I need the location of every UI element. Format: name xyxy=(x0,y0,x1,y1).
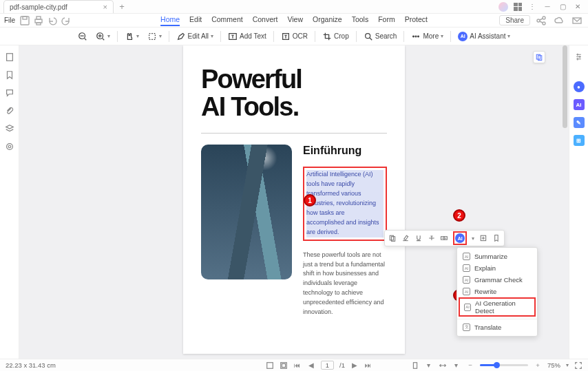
selection-toolbar: AI ▾ xyxy=(384,230,505,246)
callout-1: 1 xyxy=(304,194,316,206)
fit-height-icon[interactable]: ▾ xyxy=(452,361,461,370)
svg-point-5 xyxy=(537,19,540,22)
kebab-icon[interactable]: ⋮ xyxy=(527,2,537,12)
tab-form[interactable]: Form xyxy=(378,15,395,26)
edit-all-button[interactable]: Edit All▾ xyxy=(173,30,218,43)
zoom-in-button[interactable]: ▾ xyxy=(92,30,114,43)
more-button[interactable]: More▾ xyxy=(408,30,447,43)
menu-summarize[interactable]: AISummarize xyxy=(457,251,537,262)
redo-icon[interactable] xyxy=(61,15,72,26)
menu-grammar-check[interactable]: AIGrammar Check xyxy=(457,274,537,286)
ai-tool-3-icon[interactable]: ⊞ xyxy=(574,135,585,146)
zoom-out-icon[interactable]: − xyxy=(466,361,474,370)
attachments-icon[interactable] xyxy=(5,106,14,116)
app-grid-icon[interactable] xyxy=(514,3,522,11)
tab-tools[interactable]: Tools xyxy=(352,15,369,26)
ai-icon: AI xyxy=(458,32,468,41)
page-current[interactable]: 1 xyxy=(321,361,334,370)
undo-icon[interactable] xyxy=(47,15,58,26)
mail-icon[interactable] xyxy=(571,15,582,26)
document-tab[interactable]: pdf-sample-city.pdf × xyxy=(3,0,114,13)
hand-tool-button[interactable]: ▾ xyxy=(121,30,143,43)
ai-chat-icon[interactable]: ● xyxy=(574,81,585,92)
add-text-button[interactable]: Add Text xyxy=(224,30,270,43)
ai-context-button[interactable]: AI xyxy=(453,231,467,245)
svg-rect-28 xyxy=(266,362,273,368)
scroll-thumb[interactable] xyxy=(563,45,567,128)
minimize-button[interactable]: ─ xyxy=(543,2,552,12)
thumbnails-icon[interactable] xyxy=(5,52,14,62)
tab-protect[interactable]: Protect xyxy=(405,15,428,26)
last-page-icon[interactable]: ⏭ xyxy=(364,361,372,370)
tab-convert[interactable]: Convert xyxy=(253,15,278,26)
menu-bar: File Home Edit Comment Convert View Orga… xyxy=(0,14,588,28)
crop-button[interactable]: Crop xyxy=(319,30,353,43)
building-image xyxy=(201,145,292,279)
tab-comment[interactable]: Comment xyxy=(211,15,243,26)
print-icon[interactable] xyxy=(33,15,44,26)
layout-single-icon[interactable] xyxy=(411,361,419,370)
batch-panel-button[interactable] xyxy=(533,51,545,63)
more-label: More xyxy=(423,32,439,40)
layers-icon[interactable] xyxy=(5,124,14,134)
tab-organize[interactable]: Organize xyxy=(313,15,342,26)
close-tab-icon[interactable]: × xyxy=(103,3,107,11)
add-note-icon[interactable] xyxy=(479,233,487,243)
select-tool-button[interactable]: ▾ xyxy=(144,30,165,43)
share-button[interactable]: Share xyxy=(499,15,530,25)
document-canvas[interactable]: Powerful AI Tools. Einführung Artificial… xyxy=(19,45,569,359)
highlight-icon[interactable] xyxy=(401,233,410,243)
ocr-button[interactable]: OCR xyxy=(277,30,311,43)
strikeout-icon[interactable] xyxy=(428,233,436,243)
zoom-out-button[interactable] xyxy=(74,30,91,43)
ribbon-tabs: Home Edit Comment Convert View Organize … xyxy=(160,15,428,26)
tab-view[interactable]: View xyxy=(287,15,303,26)
bookmark-icon[interactable] xyxy=(492,233,501,243)
ai-assistant-button[interactable]: AIAI Assistant▾ xyxy=(454,30,514,43)
page-view-icon[interactable] xyxy=(266,361,274,370)
zoom-in-icon[interactable]: + xyxy=(534,361,542,370)
fit-page-icon[interactable] xyxy=(280,361,288,370)
close-window-button[interactable]: ✕ xyxy=(573,2,582,12)
adjust-icon[interactable] xyxy=(574,51,585,62)
menu-translate[interactable]: 文Translate xyxy=(457,321,537,333)
next-page-icon[interactable]: ▶ xyxy=(350,361,359,370)
file-menu[interactable]: File xyxy=(4,17,15,24)
crop-label: Crop xyxy=(334,32,349,40)
svg-rect-1 xyxy=(23,17,27,19)
fit-width-icon[interactable] xyxy=(439,361,447,370)
bookmarks-icon[interactable] xyxy=(5,70,14,80)
tab-home[interactable]: Home xyxy=(160,15,180,26)
fullscreen-icon[interactable] xyxy=(574,361,582,370)
svg-point-19 xyxy=(6,144,12,150)
zoom-slider[interactable] xyxy=(480,364,528,366)
maximize-button[interactable]: ▢ xyxy=(558,2,567,12)
new-tab-button[interactable]: + xyxy=(116,1,127,12)
security-icon[interactable] xyxy=(5,142,14,151)
svg-point-14 xyxy=(365,33,370,38)
comments-icon[interactable] xyxy=(5,88,14,98)
cloud-icon[interactable] xyxy=(554,15,565,26)
first-page-icon[interactable]: ⏮ xyxy=(293,361,302,370)
menu-rewrite[interactable]: AIRewrite xyxy=(457,286,537,297)
selected-text: Artificial Intelligence (AI) tools have … xyxy=(306,170,384,237)
prev-page-icon[interactable]: ◀ xyxy=(307,361,315,370)
share-nodes-icon[interactable] xyxy=(536,15,547,26)
copy-icon[interactable] xyxy=(388,233,397,243)
selected-text-block[interactable]: Artificial Intelligence (AI) tools have … xyxy=(303,167,387,241)
ai-assistant-label: AI Assistant xyxy=(470,32,505,40)
ai-tool-1-icon[interactable]: AI xyxy=(574,99,585,110)
translate-icon[interactable] xyxy=(440,233,448,243)
tab-edit[interactable]: Edit xyxy=(189,15,202,26)
save-icon[interactable] xyxy=(19,15,30,26)
search-button[interactable]: Search xyxy=(360,30,401,43)
svg-point-20 xyxy=(8,145,11,148)
ai-tool-2-icon[interactable]: ✎ xyxy=(574,117,585,128)
vertical-scrollbar[interactable] xyxy=(563,45,567,359)
page-total: /1 xyxy=(339,361,345,369)
menu-ai-generation-detect[interactable]: AIAI Generation Detect xyxy=(459,297,536,317)
menu-explain[interactable]: AIExplain xyxy=(457,262,537,274)
svg-rect-4 xyxy=(36,23,41,25)
underline-icon[interactable] xyxy=(414,233,423,243)
layout-continuous-icon[interactable]: ▾ xyxy=(425,361,433,370)
